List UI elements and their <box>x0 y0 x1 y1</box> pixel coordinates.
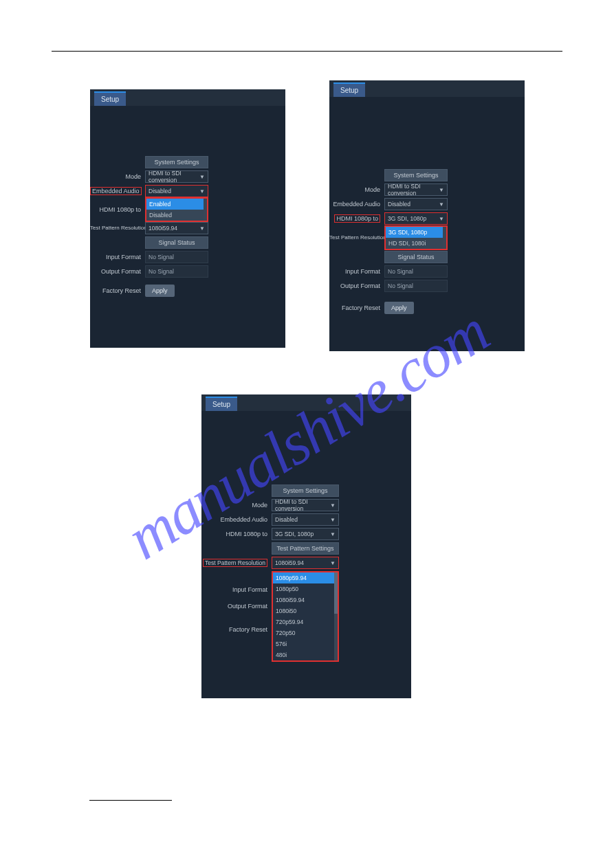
hdmi-1080p-to-label: HDMI 1080p to <box>329 212 384 225</box>
signal-status-header: Signal Status <box>384 251 448 263</box>
embedded-audio-select[interactable]: Disabled▼ <box>384 198 448 210</box>
dropdown-option-enabled[interactable]: Enabled <box>146 199 207 210</box>
hdmi-1080p-to-select[interactable]: 3G SDI, 1080p▼ <box>384 212 448 225</box>
test-pattern-resolution-select[interactable]: 1080i59.94▼ <box>272 557 339 569</box>
setup-panel-embedded-audio: Setup System Settings Mode HDMI to SDI c… <box>90 89 285 348</box>
dropdown-option[interactable]: 576i <box>273 638 338 649</box>
embedded-audio-label: Embedded Audio <box>329 198 384 210</box>
hdmi-1080p-to-select[interactable]: 3G SDI, 1080p▼ <box>272 528 339 540</box>
scrollbar[interactable] <box>334 572 338 660</box>
setup-panel-hdmi-1080p: Setup System Settings Mode HDMI to SDI c… <box>329 80 525 351</box>
output-format-value: No Signal <box>384 280 448 292</box>
chevron-down-icon: ▼ <box>330 517 336 523</box>
output-format-label: Output Format <box>201 600 272 612</box>
tab-setup[interactable]: Setup <box>333 82 365 97</box>
tab-bar: Setup <box>201 394 411 411</box>
dropdown-option-disabled[interactable]: Disabled <box>146 210 207 221</box>
test-pattern-resolution-label: Test Pattern Resolution <box>201 557 272 569</box>
test-pattern-resolution-label: Test Pattern Resolution <box>329 232 384 244</box>
scrollbar-thumb[interactable] <box>334 572 338 614</box>
setup-panel-test-pattern: Setup System Settings Mode HDMI to SDI c… <box>201 394 411 698</box>
apply-button[interactable]: Apply <box>145 285 175 297</box>
dropdown-option[interactable]: 480i <box>273 649 338 660</box>
system-settings-header: System Settings <box>145 156 208 168</box>
dropdown-option[interactable]: 720p50 <box>273 627 338 638</box>
chevron-down-icon: ▼ <box>199 174 205 180</box>
chevron-down-icon: ▼ <box>439 187 444 193</box>
tab-bar: Setup <box>90 89 285 106</box>
mode-label: Mode <box>329 183 384 196</box>
input-format-value: No Signal <box>384 265 448 278</box>
chevron-down-icon: ▼ <box>439 216 444 222</box>
factory-reset-label: Factory Reset <box>90 285 145 297</box>
hdmi-1080p-dropdown[interactable]: 3G SDI, 1080p HD SDI, 1080i <box>384 225 448 250</box>
apply-button[interactable]: Apply <box>384 302 414 314</box>
mode-label: Mode <box>90 170 145 183</box>
dropdown-option[interactable]: 720p59.94 <box>273 616 338 627</box>
mode-select[interactable]: HDMI to SDI conversion▼ <box>272 499 339 511</box>
chevron-down-icon: ▼ <box>330 502 336 509</box>
footnote-rule <box>89 800 172 801</box>
embedded-audio-select[interactable]: Disabled▼ <box>145 185 208 197</box>
system-settings-header: System Settings <box>384 169 448 181</box>
mode-label: Mode <box>201 499 272 511</box>
input-format-label: Input Format <box>329 265 384 278</box>
input-format-label: Input Format <box>90 251 145 263</box>
scrollbar[interactable] <box>443 227 446 249</box>
output-format-value: No Signal <box>145 265 208 278</box>
dropdown-option[interactable]: 1080p59.94 <box>273 572 338 583</box>
page-top-rule <box>52 51 562 52</box>
chevron-down-icon: ▼ <box>330 560 336 566</box>
embedded-audio-label: Embedded Audio <box>201 513 272 526</box>
factory-reset-label: Factory Reset <box>329 302 384 314</box>
dropdown-option[interactable]: 1080p50 <box>273 583 338 594</box>
chevron-down-icon: ▼ <box>199 225 205 232</box>
signal-status-header: Signal Status <box>145 236 208 249</box>
test-pattern-dropdown[interactable]: 1080p59.94 1080p50 1080i59.94 1080i50 72… <box>272 571 339 662</box>
dropdown-option[interactable]: 1080i59.94 <box>273 594 338 605</box>
test-pattern-settings-header: Test Pattern Settings <box>272 542 339 555</box>
chevron-down-icon: ▼ <box>439 201 444 208</box>
tab-bar: Setup <box>329 80 525 97</box>
tab-setup[interactable]: Setup <box>94 91 126 106</box>
dropdown-option-3g[interactable]: 3G SDI, 1080p <box>386 227 446 238</box>
dropdown-option[interactable]: 1080i50 <box>273 605 338 616</box>
input-format-value: No Signal <box>145 251 208 263</box>
mode-select[interactable]: HDMI to SDI conversion▼ <box>384 183 448 196</box>
hdmi-1080p-to-label: HDMI 1080p to <box>90 203 145 216</box>
dropdown-option-hd[interactable]: HD SDI, 1080i <box>386 238 446 249</box>
output-format-label: Output Format <box>90 265 145 278</box>
scrollbar[interactable] <box>204 199 207 221</box>
input-format-label: Input Format <box>201 583 272 596</box>
factory-reset-label: Factory Reset <box>201 623 272 636</box>
chevron-down-icon: ▼ <box>199 188 205 194</box>
hdmi-1080p-to-label: HDMI 1080p to <box>201 528 272 540</box>
embedded-audio-dropdown[interactable]: Enabled Disabled <box>145 197 208 222</box>
system-settings-header: System Settings <box>272 485 339 497</box>
chevron-down-icon: ▼ <box>330 531 336 537</box>
tab-setup[interactable]: Setup <box>206 397 237 411</box>
mode-select[interactable]: HDMI to SDI conversion▼ <box>145 170 208 183</box>
test-pattern-resolution-label: Test Pattern Resolution <box>90 222 145 234</box>
test-pattern-resolution-select[interactable]: 1080i59.94▼ <box>145 222 208 234</box>
embedded-audio-select[interactable]: Disabled▼ <box>272 513 339 526</box>
output-format-label: Output Format <box>329 280 384 292</box>
embedded-audio-label: Embedded Audio <box>90 185 145 197</box>
